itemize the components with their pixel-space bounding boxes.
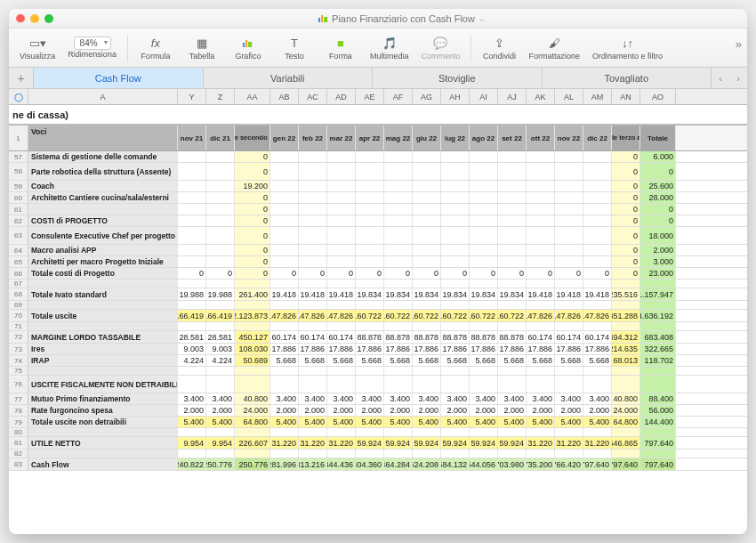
row-number[interactable]: 76 bbox=[9, 376, 28, 393]
cell[interactable] bbox=[384, 192, 413, 203]
cell[interactable] bbox=[470, 192, 498, 203]
cell[interactable] bbox=[583, 151, 612, 162]
cell-total-y3[interactable]: 24.000 bbox=[612, 405, 640, 416]
cell-total-y2[interactable] bbox=[235, 376, 270, 393]
row-label[interactable]: Consulente Executive Chef per progetto bbox=[28, 227, 178, 244]
cell[interactable]: 88.878 bbox=[470, 331, 498, 343]
cell-total-y2[interactable]: 450.127 bbox=[235, 331, 270, 343]
cell[interactable] bbox=[178, 376, 206, 393]
cell[interactable] bbox=[583, 280, 612, 288]
cell[interactable]: 2.000 bbox=[356, 405, 384, 416]
cell[interactable] bbox=[384, 163, 413, 180]
cell-total-y2[interactable] bbox=[235, 280, 270, 288]
cell[interactable]: 147.826 bbox=[327, 310, 356, 321]
row-label[interactable] bbox=[28, 450, 178, 458]
cell[interactable] bbox=[413, 192, 441, 203]
cell[interactable]: 17.886 bbox=[583, 344, 612, 354]
row-number[interactable]: 66 bbox=[9, 268, 28, 279]
cell[interactable]: 2.000 bbox=[470, 405, 498, 416]
cell[interactable]: 3.400 bbox=[327, 393, 356, 404]
cell[interactable] bbox=[299, 322, 327, 330]
cell[interactable] bbox=[583, 181, 612, 191]
cell[interactable]: 5.400 bbox=[527, 417, 555, 427]
cell[interactable] bbox=[270, 376, 299, 393]
col-header-AD[interactable]: AD bbox=[327, 89, 356, 104]
cell[interactable] bbox=[299, 245, 327, 255]
cell[interactable]: 160.722 bbox=[413, 310, 441, 321]
cell[interactable]: 19.418 bbox=[527, 288, 555, 300]
cell-total-y3[interactable]: 0 bbox=[612, 192, 640, 203]
cell[interactable]: 766.420 bbox=[555, 458, 583, 470]
cell[interactable]: 250.776 bbox=[206, 458, 235, 470]
col-header-Y[interactable]: Y bbox=[178, 89, 206, 104]
cell[interactable] bbox=[356, 301, 384, 309]
cell-total[interactable]: 797.640 bbox=[640, 458, 676, 470]
cell[interactable] bbox=[441, 181, 470, 191]
cell[interactable] bbox=[270, 322, 299, 330]
cell[interactable]: 28.581 bbox=[178, 331, 206, 343]
cell[interactable] bbox=[413, 245, 441, 255]
col-header-AC[interactable]: AC bbox=[299, 89, 327, 104]
cell[interactable] bbox=[413, 280, 441, 288]
cell[interactable]: 344.436 bbox=[327, 458, 356, 470]
cell[interactable]: 2.000 bbox=[555, 405, 583, 416]
cell[interactable] bbox=[470, 245, 498, 255]
formula-button[interactable]: fxFormula bbox=[133, 34, 178, 62]
cell[interactable] bbox=[498, 215, 527, 226]
row-label[interactable]: USCITE FISCALMENTE NON DETRAIBILI bbox=[28, 376, 178, 393]
cell[interactable] bbox=[583, 204, 612, 215]
cell[interactable]: 17.886 bbox=[413, 344, 441, 354]
cell[interactable] bbox=[413, 181, 441, 191]
cell[interactable]: 31.220 bbox=[327, 437, 356, 449]
cell[interactable] bbox=[441, 367, 470, 375]
shape-button[interactable]: ■Forma bbox=[318, 34, 363, 62]
cell[interactable]: 3.400 bbox=[470, 393, 498, 404]
cell[interactable]: 31.220 bbox=[270, 437, 299, 449]
cell[interactable] bbox=[527, 280, 555, 288]
cell-total-y2[interactable]: 40.800 bbox=[235, 393, 270, 404]
sort-button[interactable]: ↓↑Ordinamento e filtro bbox=[587, 34, 668, 62]
media-button[interactable]: 🎵Multimedia bbox=[365, 34, 414, 62]
cell[interactable] bbox=[527, 450, 555, 458]
cell-total-y3[interactable]: 1.851.288 bbox=[612, 310, 640, 321]
cell[interactable] bbox=[299, 192, 327, 203]
row-number[interactable]: 74 bbox=[9, 355, 28, 366]
cell[interactable]: 19.834 bbox=[470, 288, 498, 300]
cell-total[interactable]: 28.000 bbox=[640, 192, 676, 203]
cell[interactable] bbox=[384, 227, 413, 244]
cell[interactable]: 5.400 bbox=[555, 417, 583, 427]
cell[interactable]: 88.878 bbox=[413, 331, 441, 343]
row-number[interactable]: 81 bbox=[9, 437, 28, 449]
cell[interactable] bbox=[178, 227, 206, 244]
cell[interactable]: 5.668 bbox=[413, 355, 441, 366]
more-icon[interactable]: » bbox=[736, 37, 742, 51]
cell[interactable]: 5.400 bbox=[327, 417, 356, 427]
cell[interactable]: 5.668 bbox=[527, 355, 555, 366]
cell[interactable]: 19.418 bbox=[270, 288, 299, 300]
cell[interactable] bbox=[583, 376, 612, 393]
cell[interactable]: 59.924 bbox=[470, 437, 498, 449]
cell[interactable] bbox=[178, 280, 206, 288]
cell[interactable] bbox=[441, 301, 470, 309]
cell[interactable]: 166.419 bbox=[206, 310, 235, 321]
cell-total-y2[interactable] bbox=[235, 367, 270, 375]
row-label[interactable]: COSTI di PROGETTO bbox=[28, 215, 178, 226]
row-number[interactable]: 83 bbox=[9, 458, 28, 470]
cell[interactable] bbox=[356, 450, 384, 458]
cell-total-y3[interactable] bbox=[612, 301, 640, 309]
cell[interactable]: 19.418 bbox=[555, 288, 583, 300]
cell[interactable] bbox=[178, 428, 206, 436]
cell[interactable]: 17.886 bbox=[270, 344, 299, 354]
cell[interactable]: 19.418 bbox=[299, 288, 327, 300]
cell[interactable] bbox=[299, 151, 327, 162]
cell-total-y2[interactable] bbox=[235, 428, 270, 436]
cell-total-y2[interactable]: 261.400 bbox=[235, 288, 270, 300]
cell-total[interactable] bbox=[640, 301, 676, 309]
cell[interactable] bbox=[413, 204, 441, 215]
cell-total-y2[interactable]: 0 bbox=[235, 192, 270, 203]
cell[interactable]: 17.886 bbox=[327, 344, 356, 354]
cell[interactable] bbox=[178, 163, 206, 180]
cell-total-y2[interactable]: 0 bbox=[235, 268, 270, 279]
cell[interactable] bbox=[356, 256, 384, 267]
row-label[interactable]: Rate furgoncino spesa bbox=[28, 405, 178, 416]
